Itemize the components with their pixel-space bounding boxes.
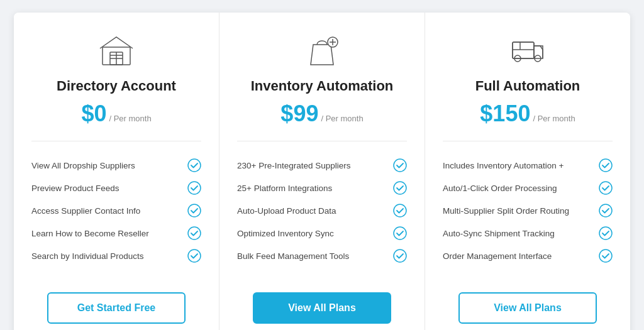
card-title: Directory Account bbox=[57, 78, 176, 94]
check-icon bbox=[599, 181, 613, 195]
feature-text: 230+ Pre-Integrated Suppliers bbox=[237, 161, 388, 170]
svg-point-16 bbox=[394, 182, 406, 194]
feature-item: Auto-Sync Shipment Tracking bbox=[443, 222, 613, 245]
check-icon bbox=[599, 226, 613, 240]
card-price: $99 / Per month bbox=[280, 101, 363, 127]
card-icon-full bbox=[506, 31, 550, 69]
check-icon bbox=[599, 204, 613, 217]
price-period: / Per month bbox=[321, 114, 363, 123]
svg-point-28 bbox=[599, 204, 612, 217]
divider bbox=[31, 141, 201, 141]
feature-item: Auto/1-Click Order Processing bbox=[443, 177, 613, 199]
price-period: / Per month bbox=[533, 114, 575, 123]
price-amount: $150 bbox=[480, 101, 530, 127]
card-price: $150 / Per month bbox=[480, 101, 575, 127]
check-icon bbox=[187, 204, 201, 217]
feature-text: Preview Product Feeds bbox=[31, 184, 182, 193]
feature-item: Bulk Feed Management Tools bbox=[237, 245, 407, 267]
svg-point-26 bbox=[599, 159, 612, 172]
feature-item: Multi-Supplier Split Order Routing bbox=[443, 199, 613, 222]
feature-text: Access Supplier Contact Info bbox=[31, 206, 182, 216]
feature-text: Order Management Interface bbox=[443, 251, 594, 261]
card-title: Full Automation bbox=[475, 78, 580, 94]
card-icon-inventory bbox=[300, 31, 344, 69]
feature-item: 25+ Platform Integrations bbox=[237, 177, 407, 199]
feature-item: Order Management Interface bbox=[443, 245, 613, 267]
feature-item: Optimized Inventory Sync bbox=[237, 222, 407, 245]
divider bbox=[237, 141, 407, 141]
svg-point-18 bbox=[394, 227, 406, 239]
svg-point-6 bbox=[188, 182, 201, 194]
card-price: $0 / Per month bbox=[81, 101, 151, 127]
check-icon bbox=[187, 181, 201, 195]
feature-text: Auto/1-Click Order Processing bbox=[443, 184, 594, 193]
feature-item: Search by Individual Products bbox=[31, 245, 201, 267]
pricing-card-inventory: Inventory Automation $99 / Per month 230… bbox=[219, 13, 425, 330]
price-amount: $99 bbox=[280, 101, 318, 127]
features-list: 230+ Pre-Integrated Suppliers 25+ Platfo… bbox=[237, 154, 407, 282]
check-icon bbox=[393, 204, 407, 217]
svg-point-9 bbox=[188, 250, 201, 262]
pricing-card-full: Full Automation $150 / Per month Include… bbox=[425, 13, 630, 330]
feature-item: 230+ Pre-Integrated Suppliers bbox=[237, 154, 407, 177]
feature-item: Preview Product Feeds bbox=[31, 177, 201, 199]
feature-item: Learn How to Become Reseller bbox=[31, 222, 201, 245]
check-icon bbox=[393, 158, 407, 172]
feature-item: Auto-Upload Product Data bbox=[237, 199, 407, 222]
check-icon bbox=[599, 249, 613, 263]
features-list: View All Dropship Suppliers Preview Prod… bbox=[31, 154, 201, 282]
feature-text: Multi-Supplier Split Order Routing bbox=[443, 206, 594, 216]
card-icon-directory bbox=[94, 31, 138, 69]
cta-button-directory[interactable]: Get Started Free bbox=[47, 292, 186, 324]
card-title: Inventory Automation bbox=[251, 78, 394, 94]
check-icon bbox=[599, 158, 613, 172]
feature-item: Includes Inventory Automation + bbox=[443, 154, 613, 177]
feature-item: View All Dropship Suppliers bbox=[31, 154, 201, 177]
check-icon bbox=[393, 249, 407, 263]
check-icon bbox=[393, 226, 407, 240]
svg-point-15 bbox=[394, 159, 406, 172]
svg-point-7 bbox=[188, 204, 201, 217]
feature-text: Optimized Inventory Sync bbox=[237, 229, 388, 238]
feature-text: Learn How to Become Reseller bbox=[31, 229, 182, 238]
feature-text: Bulk Feed Management Tools bbox=[237, 251, 388, 261]
svg-point-17 bbox=[394, 204, 406, 217]
check-icon bbox=[187, 158, 201, 172]
check-icon bbox=[187, 226, 201, 240]
price-period: / Per month bbox=[109, 114, 151, 123]
pricing-card-directory: Directory Account $0 / Per month View Al… bbox=[14, 13, 219, 330]
svg-point-5 bbox=[188, 159, 201, 172]
svg-point-29 bbox=[599, 227, 612, 239]
feature-text: Auto-Sync Shipment Tracking bbox=[443, 229, 594, 238]
svg-point-30 bbox=[599, 250, 612, 262]
features-list: Includes Inventory Automation + Auto/1-C… bbox=[443, 154, 613, 282]
feature-text: Includes Inventory Automation + bbox=[443, 161, 594, 170]
svg-point-27 bbox=[599, 182, 612, 194]
feature-text: Auto-Upload Product Data bbox=[237, 206, 388, 216]
pricing-container: Directory Account $0 / Per month View Al… bbox=[14, 13, 630, 330]
cta-button-inventory[interactable]: View All Plans bbox=[253, 292, 391, 324]
feature-item: Access Supplier Contact Info bbox=[31, 199, 201, 222]
check-icon bbox=[187, 249, 201, 263]
check-icon bbox=[393, 181, 407, 195]
feature-text: View All Dropship Suppliers bbox=[31, 161, 182, 170]
divider bbox=[443, 141, 613, 141]
svg-point-8 bbox=[188, 227, 201, 239]
cta-button-full[interactable]: View All Plans bbox=[458, 292, 597, 324]
price-amount: $0 bbox=[81, 101, 106, 127]
feature-text: Search by Individual Products bbox=[31, 251, 182, 261]
feature-text: 25+ Platform Integrations bbox=[237, 184, 388, 193]
svg-point-19 bbox=[394, 250, 406, 262]
